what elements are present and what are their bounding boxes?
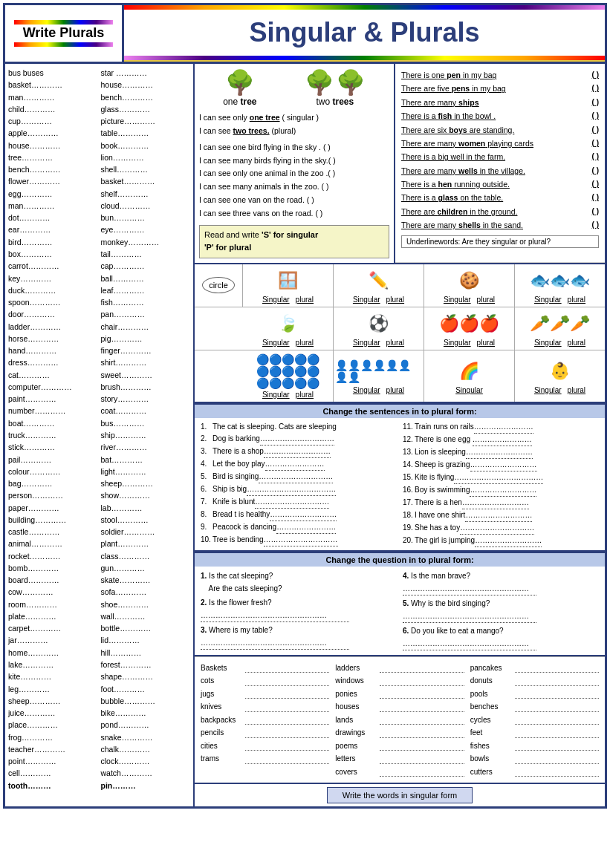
word-list-grid: bus buses basket………… man………… child………… c…: [8, 67, 190, 792]
list-item: cell…………: [8, 767, 98, 779]
plural-label[interactable]: plural: [568, 296, 585, 304]
carrot-labels: Singular plural: [534, 339, 585, 347]
plural-label[interactable]: plural: [296, 339, 314, 347]
picture-cell-ball: ⚽ Singular plural: [334, 307, 424, 350]
cookie-icon: 🍪: [459, 267, 479, 294]
fish-icon: 🐟🐟🐟: [530, 267, 590, 294]
list-item: snake…………: [101, 731, 191, 743]
rainbow-bar-bottom: [14, 42, 113, 47]
bottom-word-item: cutters: [470, 766, 599, 779]
list-item: cat…………: [8, 369, 98, 381]
question-section: 1. Is the cat sleeping? Are the cats sle…: [195, 567, 605, 656]
spacer: [195, 307, 243, 350]
people-labels: Singular plural: [353, 386, 404, 394]
picture-cell-rainbow: 🌈 Singular: [424, 350, 515, 402]
singular-label[interactable]: Singular: [262, 296, 290, 304]
singular-label[interactable]: Singular: [534, 296, 562, 304]
singular-label[interactable]: Singular: [534, 339, 562, 347]
list-item: book…………: [101, 140, 191, 151]
singular-label[interactable]: Singular: [534, 386, 562, 394]
bottom-word-item: lands: [335, 714, 464, 727]
list-item: fish…………: [101, 296, 191, 308]
exercise-section: 1.The cat is sleeping. Cats are sleeping…: [195, 418, 605, 552]
singular-label[interactable]: Singular: [262, 391, 290, 399]
plural-label[interactable]: plural: [386, 339, 404, 347]
list-item: lab…………: [101, 502, 191, 514]
singular-label[interactable]: Singular: [353, 339, 380, 347]
picture-cell-leaf: 🍃 Singular plural: [243, 307, 334, 350]
plural-label[interactable]: plural: [386, 386, 404, 394]
exercise-item: 4.Let the boy play……………………: [201, 458, 397, 471]
plural-label[interactable]: plural: [296, 296, 314, 304]
caption-2: I can see two trees. (plural): [199, 125, 389, 138]
list-item: castle…………: [8, 526, 98, 538]
sentence-item: I can see one bird flying in the sky . (…: [199, 141, 389, 154]
plural-label[interactable]: plural: [477, 339, 495, 347]
list-item: person…………: [8, 489, 98, 501]
word-col-1: bus buses basket………… man………… child………… c…: [8, 67, 98, 792]
exercise-col-right: 11.Train runs on rails…………………… 12.There …: [403, 421, 599, 547]
sentence-line: There are five pens in my bag( ): [401, 82, 599, 95]
list-item: pin………: [101, 780, 191, 792]
list-item: frog…………: [8, 731, 98, 743]
list-item: river…………: [101, 441, 191, 453]
list-item: sofa…………: [101, 586, 191, 598]
fish-labels: Singular plural: [534, 296, 585, 304]
list-item: leaf…………: [101, 284, 191, 296]
baby-icon: 👶: [550, 358, 570, 385]
rainbow-bottom: [124, 56, 605, 60]
leaf-icon: 🍃: [278, 310, 298, 337]
singular-label[interactable]: Singular: [353, 386, 380, 394]
exercise-item: 9.Peacock is dancing……………………: [201, 521, 397, 534]
plural-label[interactable]: plural: [296, 391, 314, 399]
singular-label[interactable]: Singular: [444, 296, 471, 304]
question-col-left: 1. Is the cat sleeping? Are the cats sle…: [201, 570, 397, 652]
question-item: 2. Is the flower fresh? ……………………………………………: [201, 596, 397, 622]
list-item: wall…………: [101, 610, 191, 622]
list-item: ball…………: [101, 273, 191, 284]
list-item: computer…………: [8, 381, 98, 393]
list-item: skate…………: [101, 574, 191, 586]
list-item: flower…………: [8, 175, 98, 187]
plural-label[interactable]: plural: [477, 296, 495, 304]
list-item: animal…………: [8, 538, 98, 549]
list-item: spoon…………: [8, 296, 98, 308]
exercise-col-left: 1.The cat is sleeping. Cats are sleeping…: [201, 421, 397, 547]
singular-label[interactable]: Singular: [444, 339, 471, 347]
list-item: boat…………: [8, 417, 98, 429]
list-item: shoe…………: [101, 598, 191, 610]
picture-cell-carrot: 🥕🥕🥕 Singular plural: [515, 307, 605, 350]
bottom-col-2: ladders windows ponies houses lands draw…: [335, 662, 464, 779]
list-item: truck…………: [8, 429, 98, 441]
exercise-item: 19.She has a toy…………………………: [403, 522, 599, 535]
exercise-item: 8.Bread t is healthy………………………: [201, 509, 397, 521]
singular-label[interactable]: Singular: [262, 339, 290, 347]
tree-images: 🌳 one tree 🌳 🌳 two trees: [199, 68, 389, 107]
bottom-word-item: ponies: [335, 688, 464, 701]
list-item: key…………: [8, 273, 98, 284]
list-item: ladder…………: [8, 321, 98, 333]
singular-label[interactable]: Singular: [455, 386, 483, 394]
list-item: sheep…………: [101, 477, 191, 489]
exercise-item: 10.Tree is bending…………………………: [201, 534, 397, 546]
plural-label[interactable]: plural: [568, 339, 585, 347]
list-item: man…………: [8, 91, 98, 103]
bottom-word-item: pancakes: [470, 662, 599, 675]
plural-label[interactable]: plural: [386, 296, 404, 304]
list-item: watch…………: [101, 767, 191, 779]
list-item: cloud…………: [101, 200, 191, 212]
list-item: bus buses: [8, 67, 98, 79]
exercise-item: 3.There is a shop………………………: [201, 446, 397, 458]
picture-cell-baby: 👶 Singular plural: [515, 350, 605, 402]
list-item: carpet…………: [8, 622, 98, 634]
list-item: cap…………: [101, 260, 191, 272]
bottom-col-3: pancakes donuts pools benches cycles fee…: [470, 662, 599, 779]
plural-label[interactable]: plural: [568, 386, 585, 394]
list-item: shape…………: [101, 670, 191, 682]
list-item: paint…………: [8, 393, 98, 405]
list-item: lake…………: [8, 659, 98, 670]
list-item: tree…………: [8, 151, 98, 163]
picture-row-1: circle 🪟 Singular plural ✏️: [195, 264, 605, 307]
spacer2: [195, 350, 243, 402]
singular-label[interactable]: Singular: [353, 296, 380, 304]
